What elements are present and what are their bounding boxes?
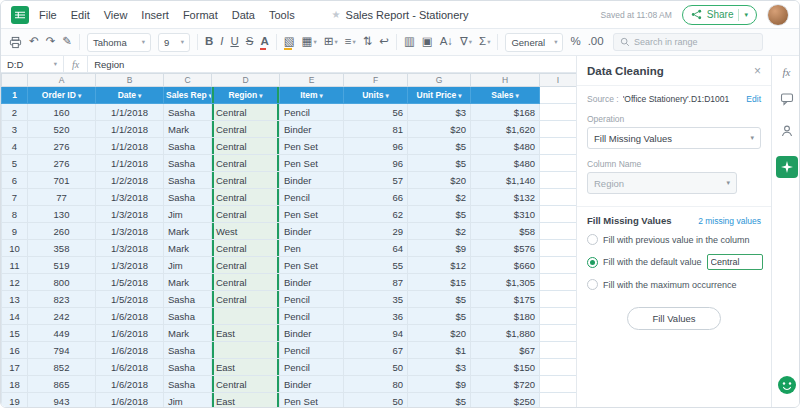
- share-caret-icon[interactable]: ▾: [744, 11, 748, 19]
- cell-F16[interactable]: 67: [344, 342, 408, 359]
- cell-B14[interactable]: 1/6/2018: [96, 308, 164, 325]
- header-cell-D1[interactable]: Region▾: [212, 87, 280, 104]
- cell-G11[interactable]: $12: [408, 257, 471, 274]
- row-number[interactable]: 14: [2, 308, 28, 325]
- cell-I10[interactable]: [540, 240, 577, 257]
- cell-B18[interactable]: 1/6/2018: [96, 376, 164, 393]
- cell-A15[interactable]: 449: [28, 325, 96, 342]
- sum-functions-icon[interactable]: Σ▾: [479, 36, 490, 48]
- cell-F5[interactable]: 96: [344, 155, 408, 172]
- cell-G6[interactable]: $20: [408, 172, 471, 189]
- cell-I9[interactable]: [540, 223, 577, 240]
- cell-E17[interactable]: Pencil: [280, 359, 344, 376]
- cell-H17[interactable]: $150: [471, 359, 540, 376]
- favorite-star-icon[interactable]: ★: [332, 9, 341, 20]
- font-color-button[interactable]: A: [260, 36, 268, 48]
- row-number[interactable]: 8: [2, 206, 28, 223]
- cell-C15[interactable]: Mark: [164, 325, 212, 342]
- cell-C5[interactable]: Sasha: [164, 155, 212, 172]
- cell-D12[interactable]: Central: [212, 274, 280, 291]
- font-family-dropdown[interactable]: Tahoma▾: [87, 33, 151, 52]
- cell-E12[interactable]: Binder: [280, 274, 344, 291]
- cell-E11[interactable]: Pen Set: [280, 257, 344, 274]
- number-format-dropdown[interactable]: General▾: [505, 33, 563, 52]
- row-number[interactable]: 16: [2, 342, 28, 359]
- cell-G13[interactable]: $5: [408, 291, 471, 308]
- row-number[interactable]: 12: [2, 274, 28, 291]
- cell-F6[interactable]: 57: [344, 172, 408, 189]
- cell-E15[interactable]: Binder: [280, 325, 344, 342]
- cell-C9[interactable]: Mark: [164, 223, 212, 240]
- cell-E13[interactable]: Pencil: [280, 291, 344, 308]
- cell-G7[interactable]: $2: [408, 189, 471, 206]
- header-cell-C1[interactable]: Sales Rep▾: [164, 87, 212, 104]
- document-title[interactable]: Sales Report - Stationery: [346, 9, 469, 21]
- cell-B6[interactable]: 1/2/2018: [96, 172, 164, 189]
- cell-A19[interactable]: 943: [28, 393, 96, 408]
- cell-A6[interactable]: 701: [28, 172, 96, 189]
- cell-B9[interactable]: 1/3/2018: [96, 223, 164, 240]
- filter-dropdown-icon[interactable]: ▾: [78, 92, 81, 99]
- cell-I4[interactable]: [540, 138, 577, 155]
- menu-insert[interactable]: Insert: [141, 9, 169, 21]
- comments-panel-icon[interactable]: [780, 92, 794, 110]
- cell-D9[interactable]: West: [212, 223, 280, 240]
- cell-A5[interactable]: 276: [28, 155, 96, 172]
- cell-G5[interactable]: $5: [408, 155, 471, 172]
- header-cell-G1[interactable]: Unit Price▾: [408, 87, 471, 104]
- menu-view[interactable]: View: [104, 9, 128, 21]
- operation-select[interactable]: Fill Missing Values ▾: [587, 127, 761, 149]
- cell-E5[interactable]: Pen Set: [280, 155, 344, 172]
- cell-F9[interactable]: 29: [344, 223, 408, 240]
- cell-D14[interactable]: [212, 308, 280, 325]
- row-number[interactable]: 17: [2, 359, 28, 376]
- select-all-corner[interactable]: [2, 74, 28, 87]
- insert-chart-icon[interactable]: ▥: [404, 36, 415, 48]
- cell-C8[interactable]: Jim: [164, 206, 212, 223]
- cell-C2[interactable]: Sasha: [164, 104, 212, 121]
- cell-H18[interactable]: $720: [471, 376, 540, 393]
- cell-B16[interactable]: 1/6/2018: [96, 342, 164, 359]
- cell-G9[interactable]: $2: [408, 223, 471, 240]
- cell-D19[interactable]: East: [212, 393, 280, 408]
- percent-format-icon[interactable]: %: [570, 36, 580, 48]
- cell-E16[interactable]: Pencil: [280, 342, 344, 359]
- borders-icon[interactable]: ▦▾: [302, 36, 317, 48]
- contacts-panel-icon[interactable]: [780, 124, 794, 142]
- row-number[interactable]: 5: [2, 155, 28, 172]
- cell-B5[interactable]: 1/1/2018: [96, 155, 164, 172]
- cell-D17[interactable]: East: [212, 359, 280, 376]
- cell-H10[interactable]: $576: [471, 240, 540, 257]
- default-value-input[interactable]: [707, 254, 763, 270]
- row-number[interactable]: 18: [2, 376, 28, 393]
- cell-C18[interactable]: Sasha: [164, 376, 212, 393]
- filter-dropdown-icon[interactable]: ▾: [385, 92, 388, 99]
- filter-dropdown-icon[interactable]: ▾: [458, 92, 461, 99]
- cell-G17[interactable]: $3: [408, 359, 471, 376]
- cell-E18[interactable]: Binder: [280, 376, 344, 393]
- cell-I17[interactable]: [540, 359, 577, 376]
- cell-H3[interactable]: $1,620: [471, 121, 540, 138]
- cell-D4[interactable]: Central: [212, 138, 280, 155]
- cell-I13[interactable]: [540, 291, 577, 308]
- cell-A12[interactable]: 800: [28, 274, 96, 291]
- cell-F8[interactable]: 62: [344, 206, 408, 223]
- cell-C14[interactable]: Sasha: [164, 308, 212, 325]
- header-cell-B1[interactable]: Date▾: [96, 87, 164, 104]
- cell-I6[interactable]: [540, 172, 577, 189]
- cell-G10[interactable]: $9: [408, 240, 471, 257]
- cell-B2[interactable]: 1/1/2018: [96, 104, 164, 121]
- fill-option-1[interactable]: Fill with the default value: [587, 254, 761, 270]
- column-header-D[interactable]: D: [212, 74, 280, 87]
- cell-I12[interactable]: [540, 274, 577, 291]
- cell-F18[interactable]: 80: [344, 376, 408, 393]
- radio-icon[interactable]: [587, 234, 598, 245]
- menu-file[interactable]: File: [39, 9, 57, 21]
- cell-F11[interactable]: 55: [344, 257, 408, 274]
- cell-H19[interactable]: $250: [471, 393, 540, 408]
- row-number[interactable]: 15: [2, 325, 28, 342]
- cell-H14[interactable]: $180: [471, 308, 540, 325]
- cell-I19[interactable]: [540, 393, 577, 408]
- cell-I1[interactable]: [540, 87, 577, 104]
- font-size-dropdown[interactable]: 9▾: [158, 33, 190, 52]
